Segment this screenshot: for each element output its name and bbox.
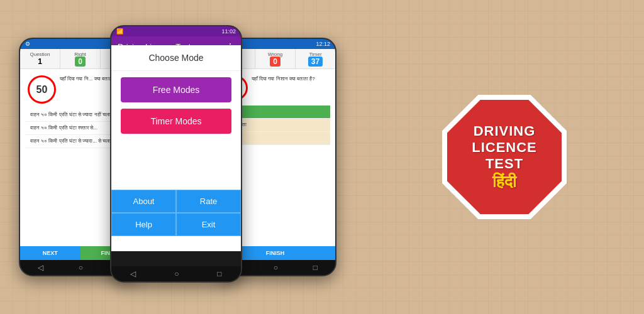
recents-icon-r[interactable]: □ <box>313 263 318 272</box>
home-icon-r[interactable]: ○ <box>274 263 278 272</box>
help-button[interactable]: Help <box>111 213 176 236</box>
rate-button[interactable]: Rate <box>176 190 241 213</box>
next-button[interactable]: NEXT <box>20 246 80 260</box>
back-icon[interactable]: ◁ <box>38 263 43 272</box>
phone-middle: 📶 11:02 Driving Licence Test ⋮ Choose Mo… <box>110 25 242 283</box>
android-nav-middle: ◁ ○ □ <box>111 266 241 281</box>
home-icon[interactable]: ○ <box>79 263 83 272</box>
timer-modes-button[interactable]: Timer Modes <box>121 109 231 134</box>
back-icon-m[interactable]: ◁ <box>130 269 136 278</box>
stop-sign: DRIVING LICENCE TEST हिंदी <box>441 94 567 220</box>
stop-sign-area: DRIVING LICENCE TEST हिंदी <box>384 13 625 301</box>
timer-cell-r: Timer 37 <box>296 49 335 68</box>
wrong-cell-r: Wrong 0 <box>255 49 296 68</box>
speed-sign: 50 <box>28 75 56 104</box>
exit-button[interactable]: Exit <box>176 213 241 236</box>
phones-area: ⚙ 12:12 Question 1 Right 0 Wrong 0 <box>19 13 384 301</box>
stop-sign-text: DRIVING LICENCE TEST हिंदी <box>472 123 537 192</box>
home-icon-m[interactable]: ○ <box>174 269 179 278</box>
menu-overlay: Choose Mode Free Modes Timer Modes About… <box>111 45 241 251</box>
recents-icon-m[interactable]: □ <box>217 269 221 278</box>
choose-mode-label: Choose Mode <box>111 45 241 71</box>
question-cell: Question 1 <box>20 49 60 68</box>
bottom-menu: About Rate Help Exit <box>111 190 241 236</box>
right-cell: Right 0 <box>60 49 101 68</box>
free-modes-button[interactable]: Free Modes <box>121 77 231 102</box>
about-button[interactable]: About <box>111 190 176 213</box>
status-bar-middle: 📶 11:02 <box>111 26 241 36</box>
